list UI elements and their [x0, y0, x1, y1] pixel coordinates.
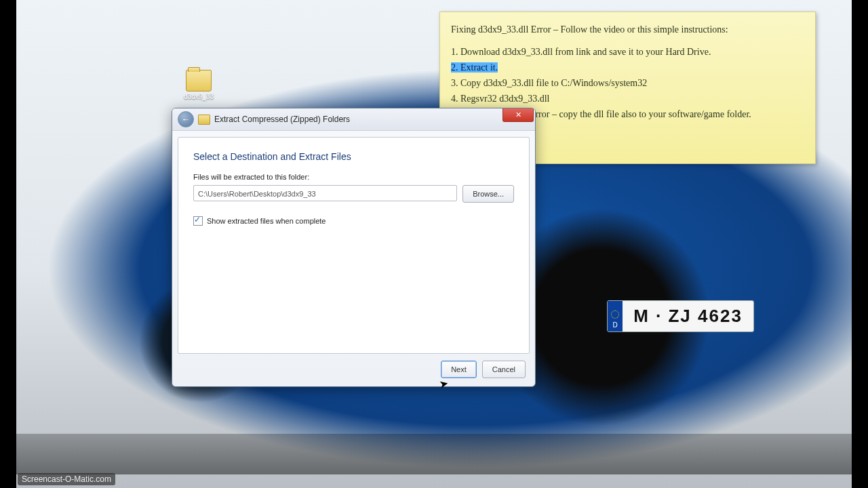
arrow-left-icon: ←	[182, 115, 190, 124]
letterbox	[0, 0, 16, 488]
destination-path-input[interactable]: C:\Users\Robert\Desktop\d3dx9_33	[193, 185, 457, 201]
folder-icon	[186, 70, 212, 92]
dialog-body: Select a Destination and Extract Files F…	[178, 137, 530, 354]
checkbox-icon	[193, 216, 203, 226]
sticky-step3: 3. Copy d3dx9_33.dll file to C:/Windows/…	[451, 75, 804, 91]
dialog-footer: Next Cancel	[178, 358, 530, 381]
extract-wizard-window: ← Extract Compressed (Zipped) Folders ✕ …	[172, 108, 536, 387]
window-title: Extract Compressed (Zipped) Folders	[214, 115, 350, 124]
wallpaper-shadow	[16, 434, 852, 474]
car-license-plate: D M · ZJ 4623	[607, 300, 754, 332]
titlebar[interactable]: ← Extract Compressed (Zipped) Folders ✕	[172, 108, 535, 131]
plate-number: M · ZJ 4623	[623, 306, 753, 327]
screencast-watermark: Screencast-O-Matic.com	[18, 473, 115, 485]
folder-label: Files will be extracted to this folder:	[193, 173, 514, 181]
close-button[interactable]: ✕	[502, 108, 534, 122]
dialog-heading: Select a Destination and Extract Files	[193, 151, 514, 162]
next-button[interactable]: Next	[441, 361, 477, 378]
plate-eu-strip: D	[608, 301, 623, 331]
desktop-folder-d3dx9-33[interactable]: d3dx9_33	[178, 70, 219, 100]
sticky-step1: 1. Download d3dx9_33.dll from link and s…	[451, 44, 804, 60]
letterbox	[852, 0, 868, 488]
desktop-icon-label: d3dx9_33	[178, 93, 219, 100]
browse-button[interactable]: Browse...	[462, 185, 514, 203]
folder-icon	[198, 115, 210, 125]
sticky-title: Fixing d3dx9_33.dll Error – Follow the v…	[451, 22, 804, 37]
show-extracted-label: Show extracted files when complete	[207, 217, 326, 225]
cancel-button[interactable]: Cancel	[482, 361, 526, 378]
sticky-step4: 4. Regsvr32 d3dx9_33.dll	[451, 91, 804, 106]
close-icon: ✕	[515, 110, 521, 119]
sticky-step2-highlighted: 2. Extract it.	[451, 62, 498, 73]
back-button[interactable]: ←	[178, 111, 194, 127]
show-extracted-checkbox[interactable]: Show extracted files when complete	[193, 216, 514, 226]
